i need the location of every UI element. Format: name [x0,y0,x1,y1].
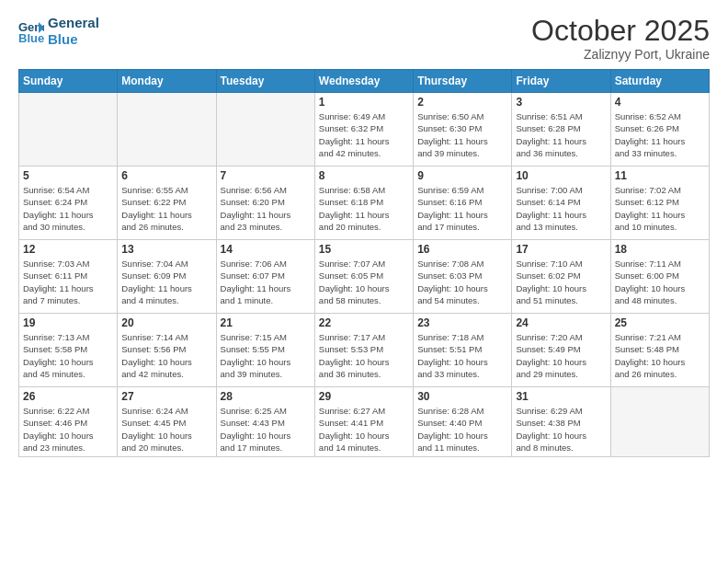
day-number: 14 [221,243,311,256]
calendar-cell: 5Sunrise: 6:54 AM Sunset: 6:24 PM Daylig… [19,167,118,240]
calendar-cell: 16Sunrise: 7:08 AM Sunset: 6:03 PM Dayli… [414,240,512,314]
day-info: Sunrise: 7:10 AM Sunset: 6:02 PM Dayligh… [516,258,606,306]
calendar-week-row: 26Sunrise: 6:22 AM Sunset: 4:46 PM Dayli… [19,387,710,457]
calendar-cell: 28Sunrise: 6:25 AM Sunset: 4:43 PM Dayli… [216,387,314,457]
calendar-day-header: Monday [118,70,216,93]
day-number: 26 [23,390,113,403]
day-info: Sunrise: 6:55 AM Sunset: 6:22 PM Dayligh… [121,184,211,233]
day-number: 19 [23,316,113,329]
day-number: 12 [23,243,113,256]
header: General Blue General Blue October 2025 Z… [18,15,710,62]
calendar-page: General Blue General Blue October 2025 Z… [0,0,728,563]
month-title: October 2025 [531,15,710,47]
title-block: October 2025 Zaliznyy Port, Ukraine [531,15,710,62]
calendar-cell: 12Sunrise: 7:03 AM Sunset: 6:11 PM Dayli… [19,240,118,314]
day-info: Sunrise: 6:50 AM Sunset: 6:30 PM Dayligh… [417,110,507,159]
calendar-week-row: 19Sunrise: 7:13 AM Sunset: 5:58 PM Dayli… [19,314,710,387]
calendar-cell: 8Sunrise: 6:58 AM Sunset: 6:18 PM Daylig… [314,167,413,240]
day-number: 6 [121,169,211,182]
day-number: 29 [319,390,409,403]
day-info: Sunrise: 7:14 AM Sunset: 5:56 PM Dayligh… [121,331,211,380]
calendar-cell: 9Sunrise: 6:59 AM Sunset: 6:16 PM Daylig… [414,167,512,240]
calendar-cell: 1Sunrise: 6:49 AM Sunset: 6:32 PM Daylig… [314,93,413,167]
day-info: Sunrise: 7:08 AM Sunset: 6:03 PM Dayligh… [417,258,507,306]
day-number: 10 [516,169,606,182]
day-number: 30 [417,390,507,403]
calendar-table: SundayMondayTuesdayWednesdayThursdayFrid… [18,69,710,457]
logo-icon: General Blue [18,18,44,44]
calendar-cell: 19Sunrise: 7:13 AM Sunset: 5:58 PM Dayli… [19,314,118,387]
day-number: 24 [516,316,606,329]
day-info: Sunrise: 6:25 AM Sunset: 4:43 PM Dayligh… [221,405,311,454]
calendar-cell: 11Sunrise: 7:02 AM Sunset: 6:12 PM Dayli… [610,167,709,240]
day-number: 16 [417,243,507,256]
calendar-cell: 4Sunrise: 6:52 AM Sunset: 6:26 PM Daylig… [610,93,709,167]
day-info: Sunrise: 6:24 AM Sunset: 4:45 PM Dayligh… [121,405,211,454]
day-info: Sunrise: 7:15 AM Sunset: 5:55 PM Dayligh… [221,331,311,380]
calendar-cell: 30Sunrise: 6:28 AM Sunset: 4:40 PM Dayli… [414,387,512,457]
day-info: Sunrise: 7:00 AM Sunset: 6:14 PM Dayligh… [516,184,606,233]
day-number: 28 [221,390,311,403]
day-number: 23 [417,316,507,329]
day-number: 31 [516,390,606,403]
calendar-week-row: 12Sunrise: 7:03 AM Sunset: 6:11 PM Dayli… [19,240,710,314]
calendar-cell: 13Sunrise: 7:04 AM Sunset: 6:09 PM Dayli… [118,240,216,314]
day-number: 9 [417,169,507,182]
day-info: Sunrise: 7:11 AM Sunset: 6:00 PM Dayligh… [615,258,705,306]
calendar-cell: 24Sunrise: 7:20 AM Sunset: 5:49 PM Dayli… [512,314,610,387]
calendar-cell: 29Sunrise: 6:27 AM Sunset: 4:41 PM Dayli… [314,387,413,457]
day-number: 2 [417,96,507,109]
day-number: 27 [121,390,211,403]
calendar-cell: 21Sunrise: 7:15 AM Sunset: 5:55 PM Dayli… [216,314,314,387]
calendar-day-header: Thursday [414,70,512,93]
day-number: 22 [319,316,409,329]
day-info: Sunrise: 6:51 AM Sunset: 6:28 PM Dayligh… [516,110,606,159]
calendar-day-header: Sunday [19,70,118,93]
svg-text:Blue: Blue [18,31,44,44]
day-info: Sunrise: 7:20 AM Sunset: 5:49 PM Dayligh… [516,331,606,380]
calendar-day-header: Friday [512,70,610,93]
day-info: Sunrise: 6:54 AM Sunset: 6:24 PM Dayligh… [23,184,113,233]
location-subtitle: Zaliznyy Port, Ukraine [531,47,710,62]
calendar-cell: 22Sunrise: 7:17 AM Sunset: 5:53 PM Dayli… [314,314,413,387]
day-info: Sunrise: 7:07 AM Sunset: 6:05 PM Dayligh… [319,258,409,306]
calendar-cell: 3Sunrise: 6:51 AM Sunset: 6:28 PM Daylig… [512,93,610,167]
calendar-cell: 26Sunrise: 6:22 AM Sunset: 4:46 PM Dayli… [19,387,118,457]
day-info: Sunrise: 6:58 AM Sunset: 6:18 PM Dayligh… [319,184,409,233]
day-number: 8 [319,169,409,182]
calendar-day-header: Tuesday [216,70,314,93]
day-number: 20 [121,316,211,329]
logo: General Blue General Blue [18,15,99,48]
day-info: Sunrise: 7:18 AM Sunset: 5:51 PM Dayligh… [417,331,507,380]
day-number: 21 [221,316,311,329]
calendar-cell: 31Sunrise: 6:29 AM Sunset: 4:38 PM Dayli… [512,387,610,457]
calendar-cell: 20Sunrise: 7:14 AM Sunset: 5:56 PM Dayli… [118,314,216,387]
day-number: 11 [615,169,705,182]
calendar-cell [19,93,118,167]
calendar-cell: 2Sunrise: 6:50 AM Sunset: 6:30 PM Daylig… [414,93,512,167]
calendar-cell: 18Sunrise: 7:11 AM Sunset: 6:00 PM Dayli… [610,240,709,314]
day-info: Sunrise: 7:02 AM Sunset: 6:12 PM Dayligh… [615,184,705,233]
calendar-cell: 6Sunrise: 6:55 AM Sunset: 6:22 PM Daylig… [118,167,216,240]
calendar-cell [216,93,314,167]
day-number: 4 [615,96,705,109]
day-info: Sunrise: 6:28 AM Sunset: 4:40 PM Dayligh… [417,405,507,454]
day-info: Sunrise: 7:17 AM Sunset: 5:53 PM Dayligh… [319,331,409,380]
day-info: Sunrise: 7:03 AM Sunset: 6:11 PM Dayligh… [23,258,113,306]
day-info: Sunrise: 6:49 AM Sunset: 6:32 PM Dayligh… [319,110,409,159]
day-info: Sunrise: 7:04 AM Sunset: 6:09 PM Dayligh… [121,258,211,306]
logo-text: General Blue [48,15,99,48]
calendar-header-row: SundayMondayTuesdayWednesdayThursdayFrid… [19,70,710,93]
calendar-week-row: 5Sunrise: 6:54 AM Sunset: 6:24 PM Daylig… [19,167,710,240]
day-info: Sunrise: 6:22 AM Sunset: 4:46 PM Dayligh… [23,405,113,454]
calendar-day-header: Wednesday [314,70,413,93]
calendar-cell: 10Sunrise: 7:00 AM Sunset: 6:14 PM Dayli… [512,167,610,240]
day-info: Sunrise: 6:27 AM Sunset: 4:41 PM Dayligh… [319,405,409,454]
day-number: 15 [319,243,409,256]
day-number: 13 [121,243,211,256]
calendar-cell: 7Sunrise: 6:56 AM Sunset: 6:20 PM Daylig… [216,167,314,240]
calendar-cell: 14Sunrise: 7:06 AM Sunset: 6:07 PM Dayli… [216,240,314,314]
day-number: 25 [615,316,705,329]
calendar-cell [118,93,216,167]
day-info: Sunrise: 7:21 AM Sunset: 5:48 PM Dayligh… [615,331,705,380]
